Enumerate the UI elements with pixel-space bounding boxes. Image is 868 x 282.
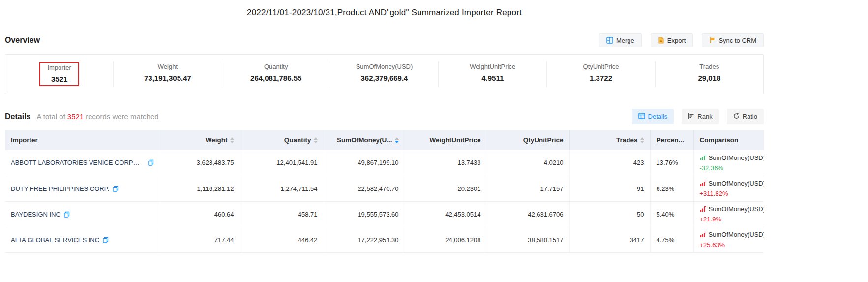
quantity-cell: 12,401,541.91 bbox=[240, 150, 324, 176]
column-header-weight[interactable]: Weight bbox=[160, 130, 240, 150]
merge-button-label: Merge bbox=[616, 37, 634, 44]
importer-table: Importer Weight Quantity SumOfMoney(U... bbox=[5, 130, 764, 253]
comparison-cell: SumOfMoney(USD) -32.36% bbox=[700, 153, 758, 173]
qty-unit-price-cell: 4.0210 bbox=[487, 150, 569, 176]
comparison-metric-label: SumOfMoney(USD) bbox=[709, 204, 764, 214]
details-tab-icon bbox=[638, 113, 645, 120]
weight-unit-price-cell: 20.2301 bbox=[405, 176, 487, 201]
tab-ratio-label: Ratio bbox=[743, 113, 757, 120]
sort-icon bbox=[640, 137, 644, 143]
qty-unit-price-cell: 17.7157 bbox=[487, 176, 569, 201]
sum-of-money-cell: 49,867,199.10 bbox=[324, 150, 405, 176]
tab-rank[interactable]: Rank bbox=[682, 109, 718, 124]
merge-icon bbox=[606, 37, 613, 44]
sum-of-money-cell: 17,222,951.30 bbox=[324, 227, 405, 252]
copy-icon[interactable] bbox=[148, 159, 154, 166]
weight-cell: 1,116,281.12 bbox=[160, 176, 240, 201]
export-button-label: Export bbox=[667, 37, 686, 44]
sync-to-crm-button-label: Sync to CRM bbox=[718, 37, 756, 44]
weight-unit-price-cell: 13.7433 bbox=[405, 150, 487, 176]
details-heading: Details bbox=[5, 112, 30, 121]
column-header-qty-unit-price: QtyUnitPrice bbox=[487, 130, 569, 150]
copy-icon[interactable] bbox=[103, 237, 109, 243]
quantity-cell: 458.71 bbox=[240, 201, 324, 227]
importer-name-link[interactable]: DUTY FREE PHILIPPINES CORP. bbox=[11, 185, 109, 192]
percent-cell: 13.76% bbox=[650, 150, 693, 176]
column-header-quantity[interactable]: Quantity bbox=[240, 130, 324, 150]
stat-sum-of-money: SumOfMoney(USD) 362,379,669.4 bbox=[330, 61, 439, 87]
table-row: BAYDESIGN INC 460.64 458.71 19,555,573.6… bbox=[5, 201, 764, 227]
stat-value: 29,018 bbox=[698, 74, 720, 82]
copy-icon[interactable] bbox=[64, 211, 70, 218]
stat-quantity: Quantity 264,081,786.55 bbox=[222, 61, 330, 87]
sync-to-crm-button[interactable]: Sync to CRM bbox=[702, 33, 764, 47]
ratio-tab-icon bbox=[733, 113, 740, 120]
overview-heading: Overview bbox=[5, 36, 40, 45]
tab-rank-label: Rank bbox=[697, 113, 712, 120]
stat-label: Trades bbox=[698, 63, 720, 70]
table-row: ALTA GLOBAL SERVICES INC 717.44 446.42 1… bbox=[5, 227, 764, 252]
trades-cell: 91 bbox=[569, 176, 650, 201]
comparison-metric-label: SumOfMoney(USD) bbox=[709, 229, 764, 240]
stat-value: 1.3722 bbox=[583, 74, 619, 82]
match-prefix: A total of bbox=[36, 112, 65, 121]
weight-unit-price-cell: 24,006.1208 bbox=[405, 227, 487, 252]
weight-cell: 460.64 bbox=[160, 201, 240, 227]
tab-details-label: Details bbox=[648, 113, 668, 120]
tab-details[interactable]: Details bbox=[632, 109, 674, 124]
sum-of-money-cell: 19,555,573.60 bbox=[324, 201, 405, 227]
details-bar: Details A total of3521records were match… bbox=[5, 109, 764, 124]
comparison-cell: SumOfMoney(USD) +25.63% bbox=[700, 229, 758, 250]
report-page: 2022/11/01-2023/10/31,Product AND"gold" … bbox=[5, 0, 764, 253]
copy-icon[interactable] bbox=[113, 186, 119, 192]
match-count: 3521 bbox=[65, 112, 86, 121]
mini-chart-icon[interactable] bbox=[700, 155, 706, 160]
sync-to-crm-icon bbox=[709, 37, 716, 44]
comparison-cell: SumOfMoney(USD) +21.9% bbox=[700, 204, 758, 224]
stat-label: Quantity bbox=[250, 63, 301, 70]
toolbar: Merge Export Sync to CRM bbox=[599, 33, 764, 47]
comparison-cell: SumOfMoney(USD) +311.82% bbox=[700, 178, 758, 199]
comparison-percent: +21.9% bbox=[700, 214, 758, 224]
comparison-metric-label: SumOfMoney(USD) bbox=[709, 178, 764, 188]
percent-cell: 6.23% bbox=[650, 176, 693, 201]
stat-trades: Trades 29,018 bbox=[656, 61, 763, 87]
stat-value: 362,379,669.4 bbox=[356, 74, 413, 82]
percent-cell: 5.40% bbox=[650, 201, 693, 227]
comparison-percent: +311.82% bbox=[700, 188, 758, 199]
importer-name-link[interactable]: BAYDESIGN INC bbox=[11, 211, 60, 218]
importer-name-link[interactable]: ABBOTT LABORATORIES VENICE CORPORAT... bbox=[11, 159, 145, 166]
export-button[interactable]: Export bbox=[651, 33, 693, 47]
comparison-percent: +25.63% bbox=[700, 240, 758, 250]
comparison-metric-label: SumOfMoney(USD) bbox=[709, 153, 764, 163]
stat-label: Importer bbox=[47, 64, 71, 71]
stat-value: 3521 bbox=[47, 75, 71, 83]
comparison-percent: -32.36% bbox=[700, 163, 758, 173]
column-header-percent: Percen... bbox=[650, 130, 693, 150]
mini-chart-icon[interactable] bbox=[700, 206, 706, 212]
importer-name-link[interactable]: ALTA GLOBAL SERVICES INC bbox=[11, 236, 99, 244]
tab-ratio[interactable]: Ratio bbox=[727, 109, 764, 124]
rank-tab-icon bbox=[688, 113, 694, 120]
mini-chart-icon[interactable] bbox=[700, 181, 706, 187]
trades-cell: 3417 bbox=[569, 227, 650, 252]
merge-button[interactable]: Merge bbox=[599, 33, 642, 47]
trades-cell: 423 bbox=[569, 150, 650, 176]
table-row: ABBOTT LABORATORIES VENICE CORPORAT... 3… bbox=[5, 150, 764, 176]
percent-cell: 4.75% bbox=[650, 227, 693, 252]
column-header-weight-unit-price: WeightUnitPrice bbox=[405, 130, 487, 150]
stat-weight-unit-price: WeightUnitPrice 4.9511 bbox=[439, 61, 547, 87]
sum-of-money-cell: 22,582,470.70 bbox=[324, 176, 405, 201]
qty-unit-price-cell: 42,631.6706 bbox=[487, 201, 569, 227]
column-header-sum-of-money[interactable]: SumOfMoney(U... bbox=[324, 130, 405, 150]
stat-label: QtyUnitPrice bbox=[583, 63, 619, 70]
weight-cell: 717.44 bbox=[160, 227, 240, 252]
overview-bar: Overview Merge Export Sync to CRM bbox=[5, 33, 764, 47]
stat-importer: Importer 3521 bbox=[5, 61, 114, 87]
column-header-comparison: Comparison bbox=[693, 130, 764, 150]
trades-cell: 50 bbox=[569, 201, 650, 227]
importer-stat-highlight: Importer 3521 bbox=[39, 62, 79, 86]
quantity-cell: 1,274,711.54 bbox=[240, 176, 324, 201]
mini-chart-icon[interactable] bbox=[700, 232, 706, 238]
column-header-trades[interactable]: Trades bbox=[569, 130, 650, 150]
